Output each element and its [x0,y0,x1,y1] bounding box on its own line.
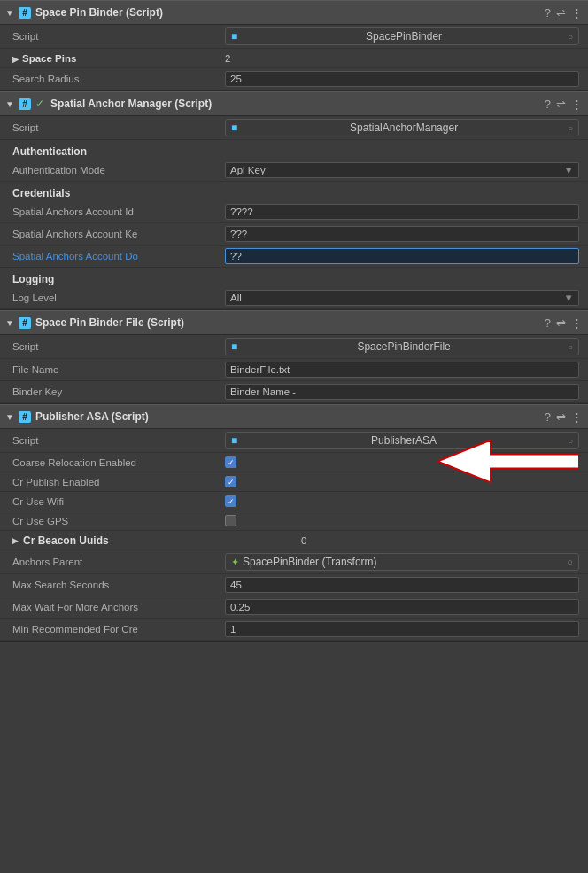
logging-section: Logging [0,268,588,287]
collapse-arrow[interactable]: ▼ [5,8,14,18]
auth-mode-dropdown[interactable]: Api Key ▼ [225,162,579,178]
menu-icon[interactable]: ⋮ [571,6,583,19]
cr-gps-checkbox-cell [225,515,236,526]
dropdown-arrow-icon: ▼ [564,165,574,175]
settings-icon[interactable]: ⇌ [556,6,566,19]
cr-gps-checkbox[interactable] [225,515,236,526]
cr-beacon-expand-icon[interactable]: ▶ [12,536,19,545]
anchors-parent-label: Anchors Parent [12,557,225,567]
file-name-row: File Name [0,359,588,381]
auth-mode-label: Authentication Mode [12,165,225,175]
space-pin-binder-file-header: ▼ # Space Pin Binder File (Script) ? ⇌ ⋮ [0,310,588,335]
account-id-input[interactable] [225,204,579,220]
binder-key-input[interactable] [225,384,579,400]
collapse-arrow-asa[interactable]: ▼ [5,412,14,422]
auth-mode-row: Authentication Mode Api Key ▼ [0,160,588,182]
hash-spbf-icon: ■ [231,340,237,353]
log-level-dropdown[interactable]: All ▼ [225,290,579,306]
spbf-script-row: Script ■ SpacePinBinderFile ○ [0,335,588,359]
anchors-parent-value: ✦ SpacePinBinder (Transform) ○ [225,553,579,571]
settings-icon-sam[interactable]: ⇌ [556,97,566,111]
cr-beacon-label: Cr Beacon Uuids [23,534,301,547]
script-row: Script ■ SpacePinBinder ○ [0,25,588,49]
binder-key-row: Binder Key [0,381,588,403]
script-value: ■ SpacePinBinder ○ [225,27,579,45]
max-search-seconds-input[interactable] [225,577,579,593]
header-icons-spbf: ? ⇌ ⋮ [545,316,583,330]
coarse-relocation-row: Coarse Relocation Enabled ✓ [0,453,588,472]
sam-script-label: Script [12,122,225,133]
space-pins-row: ▶Space Pins 2 [0,49,588,68]
account-domain-label: Spatial Anchors Account Do [12,251,225,261]
spbf-script-name: SpacePinBinderFile [357,340,450,353]
space-pin-binder-file-title: Space Pin Binder File (Script) [35,316,540,329]
cr-wifi-label: Cr Use Wifi [12,496,225,507]
search-radius-input[interactable] [225,71,579,87]
publisher-asa-header: ▼ # Publisher ASA (Script) ? ⇌ ⋮ [0,404,588,429]
account-id-row: Spatial Anchors Account Id [0,201,588,223]
cr-gps-label: Cr Use GPS [12,516,225,526]
log-level-label: Log Level [12,292,225,303]
coarse-relocation-checkbox-cell: ✓ [225,456,236,468]
binder-key-label: Binder Key [12,386,225,397]
expand-icon[interactable]: ▶ [12,55,19,64]
max-search-seconds-label: Max Search Seconds [12,580,225,590]
account-domain-row: Spatial Anchors Account Do [0,246,588,268]
file-name-input[interactable] [225,362,579,378]
collapse-arrow-sam[interactable]: ▼ [5,99,14,109]
space-pin-binder-header: ▼ # Space Pin Binder (Script) ? ⇌ ⋮ [0,0,588,25]
settings-icon-spbf[interactable]: ⇌ [556,316,566,330]
min-recommended-input[interactable] [225,621,579,637]
help-icon[interactable]: ? [545,6,551,19]
circle-icon-sam: ○ [568,123,573,133]
circle-icon-spbf: ○ [568,342,573,352]
menu-icon-spbf[interactable]: ⋮ [571,316,583,330]
menu-icon-asa[interactable]: ⋮ [571,410,583,424]
spbf-script-value: ■ SpacePinBinderFile ○ [225,338,579,355]
settings-icon-asa[interactable]: ⇌ [556,410,566,424]
cr-publish-checkbox-cell: ✓ [225,476,236,487]
menu-icon-sam[interactable]: ⋮ [571,97,583,111]
collapse-arrow-spbf[interactable]: ▼ [5,318,14,328]
space-pins-value: 2 [225,53,579,64]
search-radius-row: Search Radius [0,68,588,90]
account-domain-input[interactable] [225,248,579,264]
max-wait-input[interactable] [225,599,579,615]
coarse-relocation-checkbox[interactable]: ✓ [225,456,236,468]
cr-beacon-row: ▶ Cr Beacon Uuids 0 [0,531,588,550]
help-icon-sam[interactable]: ? [545,97,551,111]
max-wait-label: Max Wait For More Anchors [12,602,225,612]
spatial-anchor-manager-panel: ▼ # ✓ Spatial Anchor Manager (Script) ? … [0,91,588,310]
help-icon-asa[interactable]: ? [545,410,551,424]
asa-script-row: Script ■ PublisherASA ○ [0,429,588,453]
anchors-parent-row: Anchors Parent ✦ SpacePinBinder (Transfo… [0,550,588,574]
asa-script-label: Script [12,435,225,446]
cr-wifi-row: Cr Use Wifi ✓ [0,492,588,511]
cr-wifi-checkbox[interactable]: ✓ [225,495,236,507]
account-key-input[interactable] [225,226,579,242]
search-radius-label: Search Radius [12,74,225,84]
hash-script-icon: ■ [231,30,237,43]
authentication-section: Authentication [0,140,588,160]
hash-sam-icon: ■ [231,121,237,134]
min-recommended-row: Min Recommended For Cre [0,619,588,641]
spbf-script-label: Script [12,341,225,352]
header-icons-sam: ? ⇌ ⋮ [545,97,583,111]
spatial-anchor-manager-header: ▼ # ✓ Spatial Anchor Manager (Script) ? … [0,91,588,116]
spatial-anchor-manager-title: Spatial Anchor Manager (Script) [50,97,540,110]
hash-badge-asa: # [19,411,31,423]
cr-beacon-value: 0 [301,535,579,546]
account-id-label: Spatial Anchors Account Id [12,207,225,217]
publisher-asa-title: Publisher ASA (Script) [35,410,540,423]
file-name-label: File Name [12,364,225,375]
space-pin-binder-title: Space Pin Binder (Script) [35,6,540,19]
auth-mode-value: Api Key [230,165,266,175]
coarse-relocation-label: Coarse Relocation Enabled [12,457,225,468]
help-icon-spbf[interactable]: ? [545,316,551,330]
cr-publish-label: Cr Publish Enabled [12,477,225,487]
asa-script-value: ■ PublisherASA ○ [225,432,579,449]
sam-script-name: SpatialAnchorManager [350,121,458,134]
cr-publish-checkbox[interactable]: ✓ [225,476,236,487]
hash-badge: # [19,7,31,19]
space-pins-label: ▶Space Pins [12,53,225,64]
